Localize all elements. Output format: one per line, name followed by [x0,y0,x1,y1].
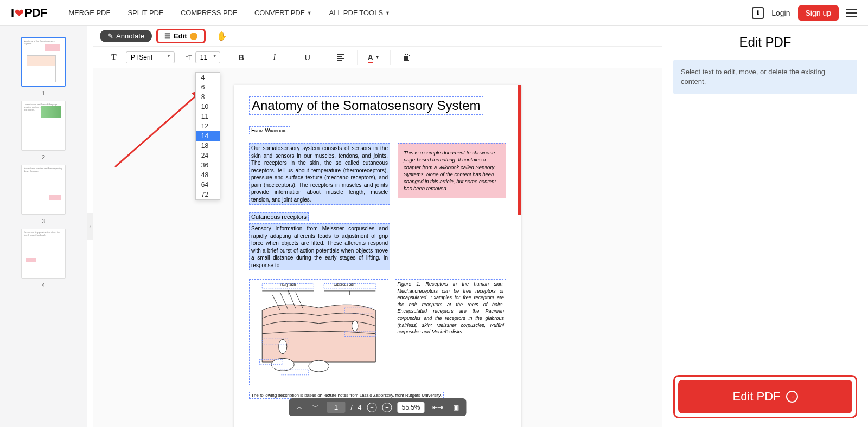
main-area: Anatomy of the Somatosensory System 1 Lo… [0,26,868,427]
delete-button[interactable]: 🗑 [395,49,419,66]
fig-label: Glabrous skin [334,282,356,286]
thumbnail-2[interactable]: Lorem ipsum text lines of the page previ… [21,101,66,151]
zoom-out-button[interactable]: − [367,403,377,412]
nav-all-tools[interactable]: ALL PDF TOOLS▼ [329,9,390,17]
size-option[interactable]: 12 [196,121,220,131]
size-option[interactable]: 64 [196,180,220,190]
logo-text-left: I [11,6,14,20]
thumb-label-4: 4 [42,282,45,288]
main-nav: MERGE PDF SPLIT PDF COMPRESS PDF CONVERT… [68,9,752,17]
scroll-indicator [518,85,521,215]
page-up-button[interactable]: ︿ [294,402,305,413]
paragraph-intro[interactable]: Our somatosensory system consists of sen… [249,143,390,205]
thumb-label-1: 1 [42,90,45,96]
nav-convert[interactable]: CONVERT PDF▼ [254,9,312,17]
page-viewport[interactable]: Anatomy of the Somatosensory System From… [93,68,662,427]
edit-mode-button[interactable]: ☰ Edit [156,29,206,43]
main-header: I ❤ PDF MERGE PDF SPLIT PDF COMPRESS PDF… [0,0,868,26]
chevron-down-icon: ▼ [307,10,312,16]
font-size-label: тT [186,54,192,61]
fig-label: Hairy skin [280,282,296,287]
fit-width-icon[interactable]: ⇤⇥ [430,403,445,412]
pdf-page[interactable]: Anatomy of the Somatosensory System From… [234,85,521,427]
fit-page-icon[interactable]: ▣ [451,403,461,412]
align-button[interactable] [329,49,353,66]
thumbnail-4[interactable]: Even more tiny preview text down the fou… [21,229,66,279]
font-size-dropdown: 4 6 8 10 11 12 14 18 24 36 48 64 72 [195,72,220,200]
size-option[interactable]: 24 [196,151,220,160]
panel-hint: Select text to edit, move, or delete the… [673,60,857,94]
size-option[interactable]: 72 [196,190,220,199]
size-option[interactable]: 48 [196,170,220,180]
logo-text-right: PDF [24,6,47,20]
edit-pdf-button[interactable]: Edit PDF → [678,380,852,413]
page-sep: / [350,404,352,411]
heart-icon: ❤ [15,7,23,20]
pan-tool-icon[interactable]: ✋ [216,31,227,41]
arrow-right-icon: → [786,391,798,403]
header-right: ⬇ Login Sign up [752,5,857,21]
svg-point-12 [309,360,329,372]
size-option-selected[interactable]: 14 [196,131,220,141]
figure-diagram[interactable]: Hairy skin Glabrous skin [249,279,388,385]
svg-point-11 [271,358,294,371]
thumb-label-3: 3 [42,218,45,224]
format-toolbar: T PTSerif тT 11 4 6 8 10 11 12 14 18 24 … [93,47,662,68]
thumbnail-1[interactable]: Anatomy of the Somatosensory System [21,37,66,87]
login-link[interactable]: Login [771,9,790,17]
panel-action-wrap: Edit PDF → [673,375,857,418]
thumbnail-panel: Anatomy of the Somatosensory System 1 Lo… [0,26,87,427]
svg-point-14 [352,321,358,331]
size-option[interactable]: 18 [196,141,220,151]
italic-button[interactable]: I [263,49,286,66]
text-tool-icon[interactable]: T [102,49,126,66]
text-color-button[interactable]: A ▼ [362,49,386,66]
section-heading[interactable]: Cutaneous receptors [249,212,309,221]
zoom-in-button[interactable]: + [382,403,392,412]
annotate-button[interactable]: ✎ Annotate [100,30,152,42]
font-size-select[interactable]: 11 [195,51,220,63]
editor-canvas: ✎ Annotate ☰ Edit ✋ T PTSerif тT 11 4 6 … [93,26,662,427]
page-title[interactable]: Anatomy of the Somatosensory System [249,96,483,115]
figure-caption[interactable]: Figure 1: Receptors in the human skin: M… [395,279,506,385]
star-badge-icon [190,33,197,40]
page-input[interactable] [327,402,345,413]
size-option[interactable]: 36 [196,160,220,170]
size-option[interactable]: 6 [196,82,220,92]
download-icon[interactable]: ⬇ [752,7,764,19]
zoom-level[interactable]: 55.5% [398,402,425,413]
nav-split[interactable]: SPLIT PDF [127,9,163,17]
menu-icon[interactable] [846,9,857,17]
thumb-label-2: 2 [42,154,45,160]
nav-compress[interactable]: COMPRESS PDF [181,9,237,17]
edit-lines-icon: ☰ [164,32,171,40]
pager-toolbar: ︿ ﹀ / 4 − + 55.5% ⇤⇥ ▣ [289,398,466,416]
pencil-icon: ✎ [107,32,113,40]
nav-merge[interactable]: MERGE PDF [68,9,110,17]
callout-box[interactable]: This is a sample document to showcase pa… [398,143,506,198]
chevron-down-icon: ▼ [385,10,390,16]
size-option[interactable]: 11 [196,112,220,121]
right-panel: Edit PDF Select text to edit, move, or d… [662,26,868,427]
underline-button[interactable]: U [296,49,320,66]
mode-toolbar: ✎ Annotate ☰ Edit ✋ [93,26,662,47]
thumbnail-3[interactable]: More dense preview text lines repeating … [21,165,66,215]
logo[interactable]: I ❤ PDF [11,6,47,20]
signup-button[interactable]: Sign up [798,5,839,21]
collapse-sidebar[interactable]: ‹ [87,213,93,240]
size-option[interactable]: 4 [196,73,220,82]
panel-title: Edit PDF [673,35,857,50]
size-option[interactable]: 8 [196,92,220,102]
align-left-icon [337,54,344,61]
size-option[interactable]: 10 [196,102,220,112]
svg-point-13 [279,339,287,354]
paragraph-body[interactable]: Sensory information from Meissner corpus… [249,223,390,270]
page-total: 4 [358,404,362,411]
bold-button[interactable]: B [229,49,253,66]
page-down-button[interactable]: ﹀ [310,402,321,413]
font-family-select[interactable]: PTSerif [126,51,175,63]
page-subtitle[interactable]: From Wikibooks [249,126,290,134]
